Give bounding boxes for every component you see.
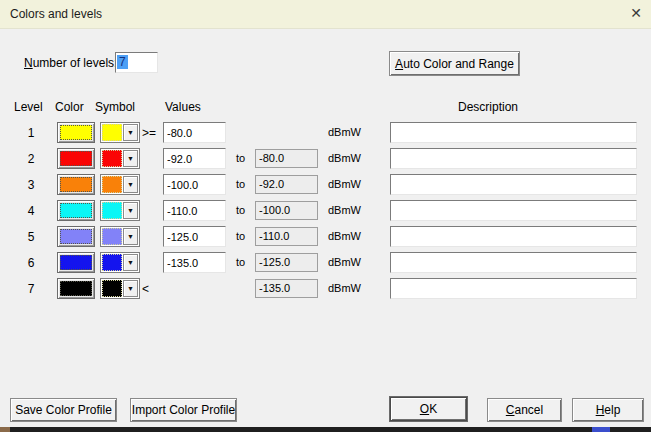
header-symbol: Symbol [95, 100, 135, 114]
level-number: 2 [22, 152, 40, 166]
header-level: Level [14, 100, 43, 114]
chevron-down-icon[interactable]: ▼ [123, 280, 138, 297]
background-edge-strip [0, 427, 651, 432]
value-input[interactable] [163, 200, 226, 221]
value-input[interactable] [163, 148, 226, 169]
to-label: to [236, 152, 245, 164]
table-row: 1 ▼ >= dBmW [0, 122, 651, 143]
to-label: to [236, 204, 245, 216]
import-color-profile-button[interactable]: Import Color Profile [130, 398, 237, 422]
table-row: 7 ▼ < -135.0 dBmW [0, 278, 651, 299]
color-fill [60, 177, 92, 192]
description-input[interactable] [390, 278, 637, 299]
symbol-color-fill [102, 254, 122, 271]
number-of-levels-input[interactable]: 7 [115, 52, 158, 73]
level-number: 4 [22, 204, 40, 218]
color-swatch-button[interactable] [57, 252, 95, 273]
symbol-dropdown[interactable]: ▼ [100, 200, 140, 221]
table-row: 5 ▼ to -110.0 dBmW [0, 226, 651, 247]
color-fill [60, 203, 92, 218]
color-swatch-button[interactable] [57, 278, 95, 299]
selected-text: 7 [117, 55, 128, 69]
symbol-dropdown[interactable]: ▼ [100, 226, 140, 247]
title-bar: Colors and levels ✕ [0, 0, 651, 29]
upper-bound-field: -135.0 [255, 279, 318, 298]
table-row: 6 ▼ to -125.0 dBmW [0, 252, 651, 273]
unit-label: dBmW [328, 204, 361, 216]
description-input[interactable] [390, 252, 637, 273]
level-number: 5 [22, 230, 40, 244]
ok-button[interactable]: OK [390, 397, 467, 421]
symbol-color-fill [102, 280, 122, 297]
chevron-down-icon[interactable]: ▼ [123, 124, 138, 141]
operator-label: < [142, 282, 149, 296]
color-swatch-button[interactable] [57, 226, 95, 247]
color-swatch-button[interactable] [57, 122, 95, 143]
number-of-levels-label: Number of levels: [24, 56, 117, 70]
colors-and-levels-dialog: Colors and levels ✕ Number of levels: 7 … [0, 0, 651, 432]
to-label: to [236, 178, 245, 190]
unit-label: dBmW [328, 282, 361, 294]
operator-label: >= [142, 126, 156, 140]
description-input[interactable] [390, 200, 637, 221]
to-label: to [236, 230, 245, 242]
color-swatch-button[interactable] [57, 174, 95, 195]
upper-bound-field: -110.0 [255, 227, 318, 246]
value-input[interactable] [163, 226, 226, 247]
symbol-dropdown[interactable]: ▼ [100, 174, 140, 195]
background-edge-accent [592, 427, 610, 432]
symbol-color-fill [102, 124, 122, 141]
chevron-down-icon[interactable]: ▼ [123, 150, 138, 167]
table-row: 4 ▼ to -100.0 dBmW [0, 200, 651, 221]
symbol-color-fill [102, 202, 122, 219]
color-fill [60, 255, 92, 270]
to-label: to [236, 256, 245, 268]
chevron-down-icon[interactable]: ▼ [123, 254, 138, 271]
level-number: 3 [22, 178, 40, 192]
symbol-color-fill [102, 228, 122, 245]
chevron-down-icon[interactable]: ▼ [123, 202, 138, 219]
chevron-down-icon[interactable]: ▼ [123, 228, 138, 245]
color-fill [60, 125, 92, 140]
level-number: 1 [22, 126, 40, 140]
save-color-profile-button[interactable]: Save Color Profile [10, 398, 117, 422]
color-fill [60, 151, 92, 166]
close-icon[interactable]: ✕ [630, 5, 642, 21]
color-fill [60, 229, 92, 244]
unit-label: dBmW [328, 152, 361, 164]
window-title: Colors and levels [10, 7, 102, 21]
unit-label: dBmW [328, 230, 361, 242]
help-button[interactable]: Help [572, 398, 644, 422]
header-color: Color [55, 100, 84, 114]
color-fill [60, 281, 92, 296]
description-input[interactable] [390, 122, 637, 143]
unit-label: dBmW [328, 178, 361, 190]
symbol-dropdown[interactable]: ▼ [100, 278, 140, 299]
unit-label: dBmW [328, 126, 361, 138]
description-input[interactable] [390, 148, 637, 169]
symbol-dropdown[interactable]: ▼ [100, 252, 140, 273]
value-input[interactable] [163, 252, 226, 273]
chevron-down-icon[interactable]: ▼ [123, 176, 138, 193]
color-swatch-button[interactable] [57, 200, 95, 221]
level-number: 7 [22, 282, 40, 296]
auto-color-range-button[interactable]: Auto Color and Range [389, 51, 520, 76]
cancel-button[interactable]: Cancel [487, 398, 562, 422]
table-row: 3 ▼ to -92.0 dBmW [0, 174, 651, 195]
symbol-dropdown[interactable]: ▼ [100, 122, 140, 143]
value-input[interactable] [163, 174, 226, 195]
description-input[interactable] [390, 226, 637, 247]
level-number: 6 [22, 256, 40, 270]
unit-label: dBmW [328, 256, 361, 268]
upper-bound-field: -125.0 [255, 253, 318, 272]
value-input[interactable] [163, 122, 226, 143]
background-edge-accent [0, 427, 10, 432]
description-input[interactable] [390, 174, 637, 195]
upper-bound-field: -80.0 [255, 149, 318, 168]
symbol-dropdown[interactable]: ▼ [100, 148, 140, 169]
symbol-color-fill [102, 150, 122, 167]
table-row: 2 ▼ to -80.0 dBmW [0, 148, 651, 169]
header-values: Values [165, 100, 201, 114]
color-swatch-button[interactable] [57, 148, 95, 169]
symbol-color-fill [102, 176, 122, 193]
